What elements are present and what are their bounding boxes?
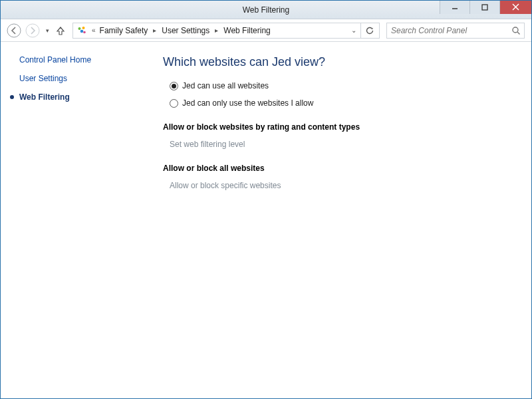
page-heading: Which websites can Jed view? xyxy=(163,55,515,69)
recent-locations-dropdown[interactable]: ▾ xyxy=(43,27,51,34)
search-icon[interactable] xyxy=(508,26,524,35)
search-input[interactable] xyxy=(387,26,508,35)
breadcrumb-seg-1[interactable]: User Settings xyxy=(159,23,212,38)
titlebar: Web Filtering xyxy=(1,1,531,19)
radio-icon xyxy=(170,99,178,108)
window-controls xyxy=(440,1,531,14)
chevron-right-icon[interactable]: ▸ xyxy=(150,27,159,34)
breadcrumb-seg-2[interactable]: Web Filtering xyxy=(221,23,273,38)
back-button[interactable] xyxy=(6,23,22,39)
bullet-icon xyxy=(10,95,14,99)
chevron-right-icon[interactable]: ▸ xyxy=(212,27,221,34)
radio-label: Jed can only use the websites I allow xyxy=(182,98,313,108)
radio-option-all-websites[interactable]: Jed can use all websites xyxy=(170,81,515,90)
svg-line-11 xyxy=(517,32,520,35)
svg-point-7 xyxy=(82,27,85,29)
svg-point-10 xyxy=(513,27,518,33)
section-rating-title: Allow or block websites by rating and co… xyxy=(163,122,515,132)
navbar: ▾ « Family Safety ▸ User Settings ▸ Web … xyxy=(1,19,531,42)
sidebar-active-label: Web Filtering xyxy=(19,92,70,102)
svg-point-4 xyxy=(7,24,21,37)
maximize-button[interactable] xyxy=(469,1,499,14)
breadcrumb-dropdown-icon[interactable]: ⌄ xyxy=(347,27,360,34)
sidebar-link-control-panel-home[interactable]: Control Panel Home xyxy=(19,55,142,65)
minimize-button[interactable] xyxy=(440,1,469,14)
breadcrumb-overflow-icon[interactable]: « xyxy=(89,27,97,34)
svg-point-6 xyxy=(78,27,81,30)
sidebar-link-user-settings[interactable]: User Settings xyxy=(19,74,142,83)
breadcrumb-seg-0[interactable]: Family Safety xyxy=(97,23,151,38)
up-button[interactable] xyxy=(54,24,67,37)
refresh-button[interactable] xyxy=(360,23,378,39)
radio-option-allowed-only[interactable]: Jed can only use the websites I allow xyxy=(170,98,515,108)
window: Web Filtering ▾ xyxy=(0,0,532,399)
forward-button[interactable] xyxy=(25,23,41,39)
svg-point-5 xyxy=(26,24,39,37)
family-safety-icon xyxy=(76,25,88,37)
content: Which websites can Jed view? Jed can use… xyxy=(147,42,531,398)
body: Control Panel Home User Settings Web Fil… xyxy=(1,42,531,398)
close-button[interactable] xyxy=(499,1,531,14)
link-allow-block-specific[interactable]: Allow or block specific websites xyxy=(170,181,515,190)
search-box[interactable] xyxy=(386,23,525,39)
svg-point-9 xyxy=(83,31,86,33)
svg-rect-1 xyxy=(482,5,487,10)
svg-point-8 xyxy=(80,29,84,33)
radio-label: Jed can use all websites xyxy=(182,81,269,90)
radio-icon xyxy=(170,82,178,90)
section-allow-block-title: Allow or block all websites xyxy=(163,164,515,173)
sidebar-item-web-filtering[interactable]: Web Filtering xyxy=(10,92,142,102)
breadcrumb[interactable]: « Family Safety ▸ User Settings ▸ Web Fi… xyxy=(72,23,380,39)
sidebar: Control Panel Home User Settings Web Fil… xyxy=(1,42,147,398)
link-set-filtering-level[interactable]: Set web filtering level xyxy=(170,140,515,149)
